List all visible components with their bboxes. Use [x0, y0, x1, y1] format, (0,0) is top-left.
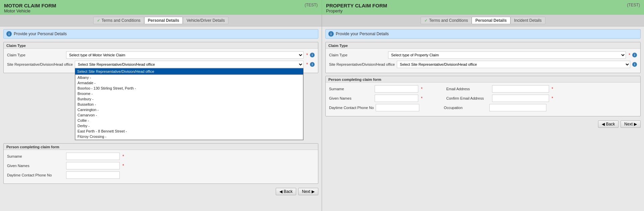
givennames-confirmemail-row: Given Names * Confirm Email Address *: [329, 95, 637, 102]
step-terms-property[interactable]: ✓ Terms and Conditions: [421, 17, 472, 24]
step-personal-label-prop: Personal Details: [475, 18, 506, 23]
given-names-input-prop[interactable]: [375, 95, 418, 102]
property-info-text: Provide your Personal Details: [336, 32, 389, 36]
site-rep-select-motor[interactable]: Select Site Representative/Division/Head…: [75, 61, 304, 68]
property-title: PROPERTY CLAIM FORM: [326, 3, 640, 8]
step-personal-label: Personal Details: [148, 18, 179, 23]
motor-subtitle: Motor Vehicle: [4, 8, 318, 13]
site-rep-required-motor: *: [306, 62, 308, 67]
confirm-email-required-prop: *: [552, 96, 553, 101]
given-names-required-prop: *: [421, 96, 423, 101]
motor-test-badge: (TEST): [305, 3, 318, 7]
back-label-prop: Back: [606, 122, 615, 126]
next-btn-motor[interactable]: Next ▶: [298, 188, 318, 195]
step-vehicle-motor[interactable]: Vehicle/Driver Details: [183, 17, 228, 24]
surname-label-motor: Surname: [7, 154, 64, 158]
terms-check-icon-prop: ✓: [424, 18, 428, 23]
claim-type-info-btn[interactable]: i: [310, 53, 315, 57]
dropdown-option-eastperth[interactable]: East Perth - 8 Bennett Street -: [75, 128, 303, 134]
claim-type-select-prop[interactable]: Select type of Property Claim: [388, 51, 626, 59]
dropdown-option-cannington[interactable]: Cannington -: [75, 107, 303, 112]
surname-input-motor[interactable]: [66, 153, 120, 160]
motor-claim-type-legend: Claim Type: [4, 42, 318, 49]
next-label-prop: Next: [624, 122, 633, 126]
motor-info-banner: i Provide your Personal Details: [3, 29, 318, 39]
site-rep-label-prop: Site Representative/Division/Head office: [329, 62, 395, 66]
property-claim-type-legend: Claim Type: [326, 42, 640, 49]
confirm-email-input-prop[interactable]: [492, 95, 549, 102]
property-header: (TEST) PROPERTY CLAIM FORM Property: [322, 0, 644, 15]
given-names-label-motor: Given Names: [7, 164, 64, 168]
step-terms-label: Terms and Conditions: [102, 18, 141, 23]
phone-input-prop[interactable]: [376, 104, 419, 111]
claim-type-info-btn-prop[interactable]: i: [632, 53, 637, 57]
motor-info-text: Provide your Personal Details: [14, 32, 67, 36]
step-terms-motor[interactable]: ✓ Terms and Conditions: [93, 17, 144, 24]
dropdown-option-carnarvon[interactable]: Carnarvon -: [75, 112, 303, 118]
dropdown-option-fitzroy[interactable]: Fitzroy Crossing -: [75, 134, 303, 139]
motor-btn-bar: ◀ Back Next ▶: [3, 188, 318, 195]
motor-claim-type-body: Claim Type Select type of Motor Vehicle …: [4, 49, 318, 73]
back-icon-prop: ◀: [602, 122, 605, 126]
phone-label-prop: Daytime Contact Phone No: [329, 106, 374, 110]
given-names-row-motor: Given Names *: [7, 162, 315, 169]
property-person-legend: Person completing claim form: [326, 76, 640, 83]
step-incident-label-prop: Incident Details: [514, 18, 542, 23]
dropdown-option-fremantle[interactable]: Fremantle - 25 Adelaide Terrace -: [75, 139, 303, 140]
dropdown-selected-item[interactable]: Select Site Representative/Division/Head…: [75, 68, 303, 74]
dropdown-option-derby[interactable]: Derby -: [75, 123, 303, 128]
dropdown-option-bunbury[interactable]: Bunbury -: [75, 96, 303, 102]
site-rep-row-motor: Site Representative/Division/Head office…: [7, 61, 315, 68]
surname-required-prop: *: [421, 87, 423, 91]
claim-type-required: *: [306, 53, 308, 57]
property-stepper: ✓ Terms and Conditions Personal Details …: [322, 15, 644, 27]
claim-type-select[interactable]: Select type of Motor Vehicle Claim: [66, 51, 304, 59]
phone-label-motor: Daytime Contact Phone No: [7, 173, 64, 177]
surname-input-prop[interactable]: [375, 85, 418, 93]
property-test-badge: (TEST): [627, 3, 640, 7]
next-icon-motor: ▶: [312, 189, 315, 194]
property-info-banner: i Provide your Personal Details: [325, 29, 641, 39]
occupation-label-prop: Occupation: [444, 106, 487, 110]
claim-type-row-prop: Claim Type Select type of Property Claim…: [329, 51, 637, 59]
terms-check-icon: ✓: [97, 18, 100, 23]
next-label-motor: Next: [302, 189, 310, 194]
next-icon-prop: ▶: [634, 122, 637, 126]
dropdown-option-albany[interactable]: Albany -: [75, 75, 303, 80]
dropdown-option-collie[interactable]: Collie -: [75, 118, 303, 123]
phone-occupation-row: Daytime Contact Phone No Occupation: [329, 104, 637, 111]
next-btn-prop[interactable]: Next ▶: [621, 120, 641, 128]
site-rep-row-prop: Site Representative/Division/Head office…: [329, 61, 637, 68]
step-personal-property[interactable]: Personal Details: [472, 17, 510, 24]
back-btn-prop[interactable]: ◀ Back: [598, 120, 619, 128]
claim-type-row: Claim Type Select type of Motor Vehicle …: [7, 51, 315, 59]
property-subtitle: Property: [326, 8, 640, 13]
email-label-prop: Email Address: [446, 87, 490, 91]
dropdown-options-list: Albany - Armadale - Boorloo - 130 Stirli…: [75, 74, 303, 140]
motor-person-body: Surname * Given Names * Daytime Contact …: [4, 150, 318, 183]
motor-claim-type-section: Claim Type Claim Type Select type of Mot…: [3, 42, 318, 73]
confirm-email-label-prop: Confirm Email Address: [446, 96, 490, 100]
site-rep-info-btn-prop[interactable]: i: [632, 62, 637, 67]
email-input-prop[interactable]: [492, 85, 549, 93]
info-icon-property: i: [328, 31, 334, 37]
step-personal-motor[interactable]: Personal Details: [144, 17, 183, 24]
site-rep-info-btn-motor[interactable]: i: [310, 62, 315, 67]
dropdown-option-boorloo[interactable]: Boorloo - 130 Stirling Street, Perth -: [75, 86, 303, 91]
site-rep-select-prop[interactable]: Select Site Representative/Division/Head…: [397, 61, 630, 68]
step-terms-label-prop: Terms and Conditions: [429, 18, 468, 23]
surname-row-motor: Surname *: [7, 153, 315, 160]
dropdown-option-armadale[interactable]: Armadale -: [75, 80, 303, 86]
motor-title: MOTOR CLAIM FORM: [4, 3, 318, 8]
given-names-input-motor[interactable]: [66, 162, 120, 169]
back-btn-motor[interactable]: ◀ Back: [276, 188, 297, 195]
dropdown-option-busselton[interactable]: Busselton -: [75, 102, 303, 107]
motor-claim-panel: (TEST) MOTOR CLAIM FORM Motor Vehicle ✓ …: [0, 0, 322, 211]
phone-input-motor[interactable]: [66, 171, 120, 179]
info-icon-motor: i: [6, 31, 12, 37]
property-claim-type-section: Claim Type Claim Type Select type of Pro…: [325, 42, 641, 73]
occupation-input-prop[interactable]: [489, 104, 546, 111]
step-incident-property[interactable]: Incident Details: [511, 17, 545, 24]
email-required-prop: *: [552, 87, 553, 91]
dropdown-option-broome[interactable]: Broome -: [75, 91, 303, 96]
